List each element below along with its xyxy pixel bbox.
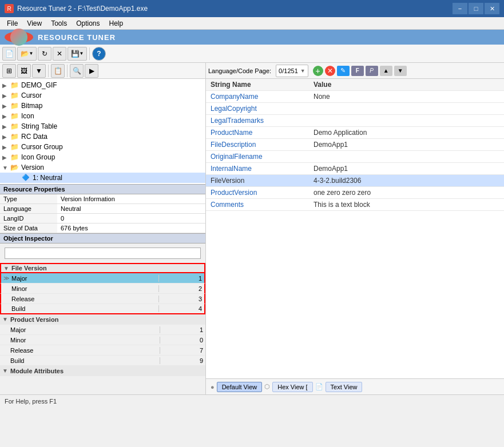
group-toggle-fileversion[interactable]: ▼	[1, 265, 9, 272]
toolbar-help[interactable]: ?	[92, 47, 106, 61]
lang-dropdown[interactable]: 0/1251 ▼	[276, 65, 308, 77]
inspector-group-moduleattributes[interactable]: ▼ Module Attributes	[0, 366, 205, 376]
remove-button[interactable]: ✕	[325, 66, 335, 76]
inspector-row-pv-release[interactable]: Release 7	[0, 345, 205, 356]
edit-button[interactable]: ✎	[337, 66, 350, 76]
menu-tools[interactable]: Tools	[46, 18, 72, 29]
inspector-search[interactable]	[5, 248, 201, 259]
version-info-table: String Name Value CompanyName None Legal…	[206, 79, 504, 378]
status-text: For Help, press F1	[5, 398, 57, 405]
inspector-row-pv-major[interactable]: Major 1	[0, 325, 205, 335]
ver-row-internalname[interactable]: InternalName DemoApp1	[206, 163, 504, 175]
tree-item-bitmap[interactable]: ▶ 📁 Bitmap	[0, 101, 205, 111]
value-fv-minor[interactable]: 2	[158, 285, 204, 292]
inspector-group-productversion[interactable]: ▼ Product Version	[0, 314, 205, 325]
tree-item-cursor[interactable]: ▶ 📁 Cursor	[0, 90, 205, 101]
col-header-name: String Name	[206, 79, 309, 91]
ver-row-originalfilename[interactable]: OriginalFilename	[206, 151, 504, 163]
value-fv-major[interactable]: 1	[158, 275, 204, 282]
tree-play[interactable]: ▶	[85, 64, 98, 78]
tree-item-icongroup[interactable]: ▶ 📁 Icon Group	[0, 152, 205, 162]
tree-item-stringtable[interactable]: ▶ 📁 String Table	[0, 121, 205, 131]
default-view-button[interactable]: Default View	[217, 382, 263, 392]
ver-value-comments: This is a text block	[309, 199, 504, 211]
ver-row-comments[interactable]: Comments This is a text block	[206, 199, 504, 211]
text-view-button[interactable]: Text View	[326, 382, 363, 392]
tree-label-cursorgroup: Cursor Group	[21, 143, 63, 151]
inspector-row-pv-build[interactable]: Build 9	[0, 356, 205, 366]
ver-row-legaltrademarks[interactable]: LegalTrademarks	[206, 115, 504, 127]
toggle-rcdata[interactable]: ▶	[2, 134, 10, 140]
tree-filter[interactable]: ▼	[32, 64, 46, 78]
toggle-icon[interactable]: ▶	[2, 113, 10, 119]
menu-help[interactable]: Help	[105, 18, 128, 29]
label-fv-minor: Minor	[9, 285, 158, 292]
tree-item-demogif[interactable]: ▶ 📁 DEMO_GIF	[0, 80, 205, 90]
fontbold-button[interactable]: F	[351, 66, 364, 76]
tree-props[interactable]: 📋	[51, 64, 65, 78]
ver-row-legalcopyright[interactable]: LegalCopyright	[206, 103, 504, 115]
window-controls: − □ ✕	[453, 3, 499, 14]
ver-row-filedescription[interactable]: FileDescription DemoApp1	[206, 139, 504, 151]
toolbar-save[interactable]: 💾▼	[68, 47, 87, 61]
fontitalic-button[interactable]: P	[366, 66, 378, 76]
scroll-up-button[interactable]: ▲	[380, 66, 392, 76]
toggle-bitmap[interactable]: ▶	[2, 103, 10, 109]
tree-item-rcdata[interactable]: ▶ 📁 RC Data	[0, 131, 205, 142]
ver-row-fileversion[interactable]: FileVersion 4-3-2.build2306	[206, 175, 504, 187]
tree-item-cursorgroup[interactable]: ▶ 📁 Cursor Group	[0, 142, 205, 152]
inspector-row-fv-build[interactable]: Build 4	[0, 304, 205, 314]
toggle-version[interactable]: ▼	[2, 165, 10, 171]
close-button[interactable]: ✕	[485, 3, 499, 14]
tree-item-icon[interactable]: ▶ 📁 Icon	[0, 111, 205, 121]
minimize-button[interactable]: −	[453, 3, 467, 14]
value-fv-build[interactable]: 4	[158, 305, 204, 312]
toolbar-new[interactable]: 📄	[2, 47, 16, 61]
inspector-group-fileversion[interactable]: ▼ File Version	[0, 263, 205, 273]
ver-row-companyname[interactable]: CompanyName None	[206, 91, 504, 103]
menu-view[interactable]: View	[22, 18, 46, 29]
value-fv-release[interactable]: 3	[158, 296, 204, 302]
label-pv-build: Build	[8, 357, 160, 364]
inspector-row-pv-minor[interactable]: Minor 0	[0, 335, 205, 345]
tree-item-version[interactable]: ▼ 📂 Version	[0, 162, 205, 173]
scroll-down-button[interactable]: ▼	[394, 66, 407, 76]
menu-file[interactable]: File	[2, 18, 22, 29]
toolbar-close[interactable]: ✕	[53, 47, 66, 61]
value-pv-major[interactable]: 1	[160, 326, 205, 333]
tree-search[interactable]: 🔍	[70, 64, 84, 78]
group-toggle-productversion[interactable]: ▼	[0, 316, 8, 322]
menu-options[interactable]: Options	[72, 18, 104, 29]
props-val-language: Neutral	[57, 204, 205, 214]
props-val-sizeofdata: 676 bytes	[57, 224, 205, 233]
hex-view-button[interactable]: Hex View [	[272, 382, 312, 392]
toggle-icongroup[interactable]: ▶	[2, 154, 10, 161]
add-button[interactable]: +	[313, 66, 323, 76]
value-pv-minor[interactable]: 0	[160, 337, 205, 344]
tree-btn1[interactable]: ⊞	[2, 64, 16, 78]
hex-view-icon: ⬡	[264, 383, 270, 390]
toggle-cursor[interactable]: ▶	[2, 93, 10, 99]
toolbar-open-dropdown[interactable]: 📂▼	[17, 47, 37, 61]
maximize-button[interactable]: □	[469, 3, 483, 14]
toggle-stringtable[interactable]: ▶	[2, 123, 10, 130]
inspector-search-input[interactable]	[5, 248, 200, 258]
ver-row-productversion[interactable]: ProductVersion one zero zero zero	[206, 187, 504, 199]
group-toggle-moduleattributes[interactable]: ▼	[0, 368, 8, 374]
lang-label: Language/Code Page:	[208, 67, 271, 74]
inspector-row-fv-minor[interactable]: Minor 2	[0, 284, 205, 294]
value-pv-build[interactable]: 9	[160, 357, 205, 364]
ver-row-productname[interactable]: ProductName Demo Application	[206, 127, 504, 139]
toolbar-refresh[interactable]: ↻	[38, 47, 51, 61]
value-pv-release[interactable]: 7	[160, 347, 205, 354]
object-inspector-panel: Object Inspector ▼ File Version ≫ Major …	[0, 233, 205, 394]
inspector-row-fv-major[interactable]: ≫ Major 1	[0, 273, 205, 284]
tree-label-demogif: DEMO_GIF	[21, 81, 57, 89]
toggle-demogif[interactable]: ▶	[2, 82, 10, 89]
tree-btn2[interactable]: 🖼	[17, 64, 31, 78]
folder-icon-version: 📂	[10, 163, 19, 171]
inspector-row-fv-release[interactable]: Release 3	[0, 294, 205, 304]
toggle-cursorgroup[interactable]: ▶	[2, 144, 10, 150]
tree-item-neutral[interactable]: 🔷 1: Neutral	[0, 173, 205, 183]
label-pv-minor: Minor	[8, 337, 160, 344]
